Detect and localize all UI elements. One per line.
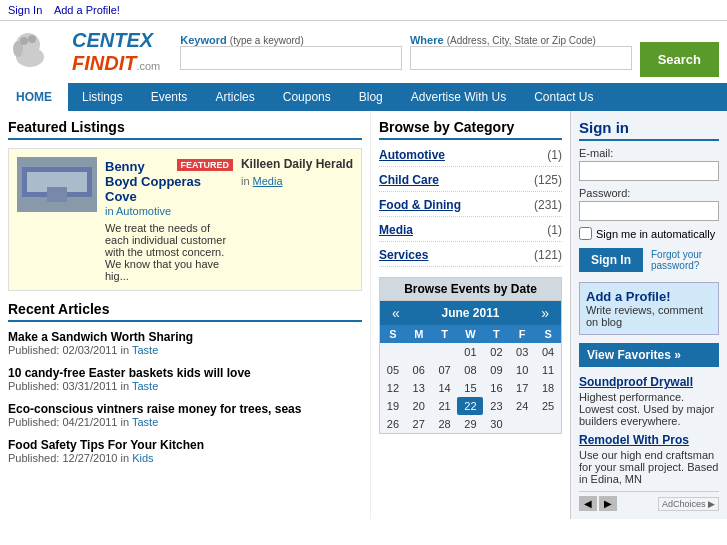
cal-cell[interactable]: 09 [483, 361, 509, 379]
cal-cell[interactable]: 30 [483, 415, 509, 433]
right-column: Sign in E-mail: Password: Sign me in aut… [570, 111, 727, 519]
password-input[interactable] [579, 201, 719, 221]
ad-next-button[interactable]: ▶ [599, 496, 617, 511]
nav-articles[interactable]: Articles [201, 83, 268, 111]
cal-day-header: F [509, 325, 535, 343]
cal-cell[interactable]: 04 [535, 343, 561, 361]
cal-cell [509, 415, 535, 433]
add-profile-title: Add a Profile! [586, 289, 712, 304]
nav-contact[interactable]: Contact Us [520, 83, 607, 111]
article-meta: Published: 04/21/2011 in Taste [8, 416, 362, 428]
nav-home[interactable]: HOME [0, 83, 68, 111]
calendar-next[interactable]: » [533, 305, 557, 321]
where-input[interactable] [410, 46, 632, 70]
cal-cell[interactable]: 23 [483, 397, 509, 415]
killeen-media-link[interactable]: Media [253, 175, 283, 187]
fav-title-1[interactable]: Soundproof Drywall [579, 375, 719, 389]
cal-cell[interactable]: 13 [406, 379, 432, 397]
logo-com: .com [136, 60, 160, 72]
cal-cell[interactable]: 14 [432, 379, 458, 397]
svg-rect-8 [47, 187, 67, 202]
view-favorites-button[interactable]: View Favorites » [579, 343, 719, 367]
cal-cell[interactable]: 29 [457, 415, 483, 433]
nav-listings[interactable]: Listings [68, 83, 137, 111]
signin-link[interactable]: Sign In [8, 4, 42, 16]
fav-desc-2: Use our high end craftsman for your smal… [579, 449, 719, 485]
calendar: Browse Events by Date « June 2011 » S M … [379, 277, 562, 434]
featured-section-title: Featured Listings [8, 119, 362, 140]
article-category-link[interactable]: Taste [132, 344, 158, 356]
cal-cell[interactable]: 27 [406, 415, 432, 433]
email-input[interactable] [579, 161, 719, 181]
ad-bar: ◀ ▶ AdChoices ▶ [579, 491, 719, 511]
article-meta: Published: 02/03/2011 in Taste [8, 344, 362, 356]
cal-cell[interactable]: 16 [483, 379, 509, 397]
signin-title: Sign in [579, 119, 719, 141]
cal-day-header: M [406, 325, 432, 343]
cal-cell[interactable]: 05 [380, 361, 406, 379]
cal-cell-today[interactable]: 22 [457, 397, 483, 415]
category-link[interactable]: Food & Dining [379, 198, 461, 212]
cal-cell [380, 343, 406, 361]
nav-events[interactable]: Events [137, 83, 202, 111]
nav-blog[interactable]: Blog [345, 83, 397, 111]
cal-cell[interactable]: 17 [509, 379, 535, 397]
cal-cell[interactable]: 26 [380, 415, 406, 433]
add-profile-link[interactable]: Add a Profile! [54, 4, 120, 16]
category-count: (231) [534, 198, 562, 212]
cal-cell[interactable]: 06 [406, 361, 432, 379]
browse-events-title: Browse Events by Date [380, 278, 561, 301]
list-item: Automotive (1) [379, 148, 562, 167]
main-content: Featured Listings FEATURED Benny Boyd Co… [0, 111, 727, 519]
cal-cell[interactable]: 15 [457, 379, 483, 397]
signin-button[interactable]: Sign In [579, 248, 643, 272]
cal-cell[interactable]: 28 [432, 415, 458, 433]
list-item: Make a Sandwich Worth Sharing Published:… [8, 330, 362, 356]
article-title: Eco-conscious vintners raise money for t… [8, 402, 362, 416]
cal-cell[interactable]: 03 [509, 343, 535, 361]
fav-title-2[interactable]: Remodel With Pros [579, 433, 719, 447]
cal-cell[interactable]: 24 [509, 397, 535, 415]
category-link[interactable]: Child Care [379, 173, 439, 187]
keyword-input[interactable] [180, 46, 402, 70]
search-button[interactable]: Search [640, 42, 719, 77]
featured-image [17, 157, 97, 212]
article-category-link[interactable]: Kids [132, 452, 153, 464]
category-link[interactable]: Media [379, 223, 413, 237]
cal-cell[interactable]: 01 [457, 343, 483, 361]
list-item: Child Care (125) [379, 173, 562, 192]
forgot-password-link[interactable]: Forgot yourpassword? [651, 249, 702, 271]
category-link[interactable]: Services [379, 248, 428, 262]
middle-column: Browse by Category Automotive (1) Child … [370, 111, 570, 519]
list-item: Media (1) [379, 223, 562, 242]
auto-signin-checkbox[interactable] [579, 227, 592, 240]
featured-category-link[interactable]: Automotive [116, 205, 171, 217]
nav-coupons[interactable]: Coupons [269, 83, 345, 111]
article-category-link[interactable]: Taste [132, 416, 158, 428]
left-column: Featured Listings FEATURED Benny Boyd Co… [0, 111, 370, 519]
cal-cell[interactable]: 19 [380, 397, 406, 415]
article-category-link[interactable]: Taste [132, 380, 158, 392]
logo-text: CENTEX FINDIT .com [72, 29, 160, 75]
cal-cell[interactable]: 11 [535, 361, 561, 379]
category-link[interactable]: Automotive [379, 148, 445, 162]
cal-cell[interactable]: 21 [432, 397, 458, 415]
article-title: 10 candy-free Easter baskets kids will l… [8, 366, 362, 380]
where-wrap: Where (Address, City, State or Zip Code) [410, 34, 632, 70]
cal-cell[interactable]: 02 [483, 343, 509, 361]
calendar-prev[interactable]: « [384, 305, 408, 321]
ad-prev-button[interactable]: ◀ [579, 496, 597, 511]
cal-cell[interactable]: 10 [509, 361, 535, 379]
cal-cell[interactable]: 20 [406, 397, 432, 415]
cal-cell[interactable]: 12 [380, 379, 406, 397]
category-count: (121) [534, 248, 562, 262]
ad-choices-label[interactable]: AdChoices ▶ [658, 497, 719, 511]
auto-signin-row: Sign me in automatically [579, 227, 719, 240]
email-label: E-mail: [579, 147, 719, 159]
cal-cell[interactable]: 25 [535, 397, 561, 415]
cal-cell[interactable]: 08 [457, 361, 483, 379]
cal-cell[interactable]: 07 [432, 361, 458, 379]
killeen-title: Killeen Daily Herald [241, 157, 353, 171]
cal-cell[interactable]: 18 [535, 379, 561, 397]
nav-advertise[interactable]: Advertise With Us [397, 83, 520, 111]
